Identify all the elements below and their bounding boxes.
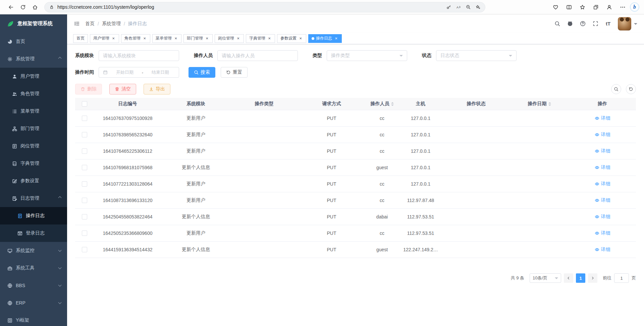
sort-carets[interactable] — [391, 102, 394, 106]
prev-page-button[interactable] — [564, 273, 573, 283]
row-checkbox[interactable] — [82, 132, 87, 137]
sidebar-item-system-monitor[interactable]: 系统监控 — [0, 242, 67, 259]
url-text[interactable]: https://ccnetcore.com:1101/system/log/op… — [57, 4, 446, 10]
page-tab[interactable]: 参数设置 × — [277, 34, 306, 43]
column-header-operator[interactable]: 操作人员 — [365, 101, 399, 107]
address-bar[interactable]: https://ccnetcore.com:1101/system/log/op… — [44, 2, 485, 12]
detail-link[interactable]: 详细 — [595, 197, 610, 203]
goto-page-input[interactable] — [614, 273, 629, 283]
status-select[interactable]: 日志状态 — [436, 50, 517, 61]
sidebar-item-system-tools[interactable]: 系统工具 — [0, 259, 67, 277]
page-number-1[interactable]: 1 — [576, 273, 585, 283]
page-tab[interactable]: 操作日志 × — [308, 34, 342, 43]
home-button[interactable] — [29, 1, 41, 13]
reset-button[interactable]: 重置 — [221, 67, 248, 78]
detail-link[interactable]: 详细 — [595, 214, 610, 220]
sidebar-item-menu-manage[interactable]: 菜单管理 — [0, 103, 67, 120]
row-checkbox[interactable] — [82, 181, 87, 187]
page-tab[interactable]: 用户管理 × — [90, 34, 119, 43]
column-header-op-date[interactable]: 操作日期 — [510, 101, 569, 107]
browser-essentials-button[interactable] — [549, 1, 561, 13]
sidebar-item-bbs[interactable]: BBS — [0, 277, 67, 294]
sidebar-toggle-button[interactable] — [71, 18, 83, 29]
sidebar-item-dict-manage[interactable]: 字典管理 — [0, 155, 67, 172]
delete-button[interactable]: 删除 — [75, 84, 102, 94]
sidebar-item-home[interactable]: 首页 — [0, 33, 67, 50]
browser-profile-button[interactable] — [603, 1, 615, 13]
sidebar-item-login-log[interactable]: 登录日志 — [0, 224, 67, 242]
copilot-button[interactable]: b — [630, 2, 639, 12]
row-checkbox[interactable] — [82, 116, 87, 121]
help-button[interactable] — [577, 18, 588, 29]
detail-link[interactable]: 详细 — [595, 165, 610, 171]
refresh-table-button[interactable] — [626, 84, 636, 94]
user-avatar[interactable] — [618, 17, 631, 30]
close-icon[interactable]: × — [173, 36, 178, 41]
read-aloud-icon[interactable]: A — [456, 5, 461, 9]
clear-button[interactable]: 清空 — [109, 84, 136, 94]
sort-carets[interactable] — [548, 102, 551, 106]
collections-button[interactable] — [590, 1, 602, 13]
show-search-button[interactable] — [611, 84, 621, 94]
module-input[interactable] — [103, 53, 175, 58]
page-tab[interactable]: 角色管理 × — [121, 34, 150, 43]
export-button[interactable]: 导出 — [144, 84, 170, 94]
reload-button[interactable] — [17, 1, 29, 13]
row-checkbox[interactable] — [82, 148, 87, 154]
sidebar-item-erp[interactable]: ERP — [0, 294, 67, 312]
page-tab[interactable]: 菜单管理 × — [152, 34, 181, 43]
fullscreen-button[interactable] — [590, 18, 601, 29]
page-tab[interactable]: 首页 — [73, 34, 88, 43]
page-tab[interactable]: 部门管理 × — [183, 34, 213, 43]
sidebar-item-yi-framework[interactable]: Yi框架 — [0, 312, 67, 326]
detail-link[interactable]: 详细 — [595, 230, 610, 236]
font-size-button[interactable]: tT — [602, 18, 614, 29]
favorites-button[interactable] — [576, 1, 588, 13]
page-size-select[interactable]: 10条/页 — [530, 273, 561, 283]
sidebar-item-dept-manage[interactable]: 部门管理 — [0, 120, 67, 137]
detail-link[interactable]: 详细 — [595, 247, 610, 253]
sidebar-item-user-manage[interactable]: 用户管理 — [0, 68, 67, 85]
browser-menu-button[interactable] — [616, 1, 629, 13]
row-checkbox[interactable] — [82, 231, 87, 236]
row-checkbox[interactable] — [82, 198, 87, 203]
row-checkbox[interactable] — [82, 247, 87, 252]
date-range-picker[interactable]: 开始日期 - 结束日期 — [99, 67, 179, 78]
operator-input[interactable] — [222, 53, 293, 58]
detail-link[interactable]: 详细 — [595, 132, 610, 138]
select-all-checkbox[interactable] — [82, 101, 87, 107]
detail-link[interactable]: 详细 — [595, 115, 610, 121]
sidebar-item-param-settings[interactable]: 参数设置 — [0, 172, 67, 190]
back-button[interactable] — [5, 1, 17, 13]
close-icon[interactable]: × — [298, 36, 303, 41]
page-tab[interactable]: 岗位管理 × — [215, 34, 244, 43]
row-checkbox[interactable] — [82, 214, 87, 219]
row-checkbox[interactable] — [82, 165, 87, 170]
favorite-add-icon[interactable] — [476, 5, 480, 9]
page-tab[interactable]: 字典管理 × — [246, 34, 275, 43]
sidebar-item-role-manage[interactable]: 角色管理 — [0, 85, 67, 103]
detail-link[interactable]: 详细 — [595, 148, 610, 154]
next-page-button[interactable] — [588, 273, 597, 283]
close-icon[interactable]: × — [205, 36, 209, 41]
header-search-button[interactable] — [551, 18, 563, 29]
breadcrumb-home[interactable]: 首页 — [85, 21, 95, 27]
type-select[interactable]: 操作类型 — [327, 50, 407, 61]
sidebar-item-log-manage[interactable]: 日志管理 — [0, 190, 67, 207]
close-icon[interactable]: × — [111, 36, 116, 41]
close-icon[interactable]: × — [334, 36, 338, 41]
sidebar-item-operation-log[interactable]: 操作日志 — [0, 207, 67, 224]
close-icon[interactable]: × — [236, 36, 240, 41]
caret-down-icon[interactable] — [634, 23, 637, 26]
search-button[interactable]: 搜索 — [189, 67, 215, 78]
password-key-icon[interactable] — [446, 5, 451, 9]
close-icon[interactable]: × — [267, 36, 272, 41]
breadcrumb-system-manage[interactable]: 系统管理 — [102, 21, 121, 27]
close-icon[interactable]: × — [142, 36, 147, 41]
zoom-out-icon[interactable] — [466, 5, 471, 9]
detail-link[interactable]: 详细 — [595, 181, 610, 187]
split-screen-button[interactable] — [563, 1, 575, 13]
sidebar-item-system-manage[interactable]: 系统管理 — [0, 50, 67, 68]
sidebar-item-post-manage[interactable]: 岗位管理 — [0, 137, 67, 155]
github-button[interactable] — [564, 18, 576, 29]
